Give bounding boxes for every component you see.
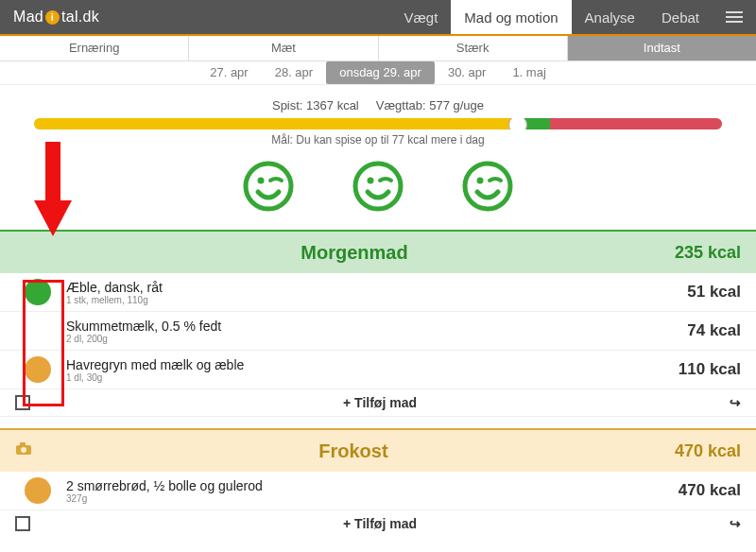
menu-icon[interactable] — [713, 11, 756, 23]
food-row[interactable]: Skummetmælk, 0.5 % fedt 2 dl, 200g 74 kc… — [0, 312, 756, 351]
tab-indtast[interactable]: Indtast — [568, 36, 756, 60]
top-nav: Madital.dk Vægt Mad og motion Analyse De… — [0, 0, 756, 34]
food-dot-green-icon — [25, 279, 51, 305]
food-row[interactable]: Havregryn med mælk og æble 1 dl, 30g 110… — [0, 351, 756, 389]
add-food-button[interactable]: + Tilføj mad — [30, 395, 730, 410]
smiley-icon — [242, 160, 295, 213]
food-row[interactable]: Æble, dansk, råt 1 stk, mellem, 110g 51 … — [0, 273, 756, 312]
food-amount: 1 dl, 30g — [66, 372, 679, 383]
food-kcal: 470 kcal — [679, 481, 741, 500]
meal-kcal: 235 kcal — [675, 243, 741, 263]
nav-mad-og-motion[interactable]: Mad og motion — [451, 0, 571, 34]
food-name: Havregryn med mælk og æble — [66, 357, 679, 372]
brand-pre: Mad — [13, 9, 43, 26]
food-kcal: 74 kcal — [687, 321, 741, 340]
svg-point-3 — [368, 178, 374, 184]
meal-name: Frokost — [32, 440, 675, 462]
brand-logo[interactable]: Madital.dk — [0, 9, 112, 26]
meal-header-frokost[interactable]: Frokost 470 kcal — [0, 428, 756, 472]
summary-spist: Spist: 1367 kcal — [272, 98, 359, 112]
add-food-row: + Tilføj mad ↪ — [0, 389, 756, 417]
food-amount: 2 dl, 200g — [66, 334, 687, 344]
nav-analyse[interactable]: Analyse — [572, 0, 648, 34]
tab-ernaering[interactable]: Ernæring — [0, 36, 189, 60]
camera-icon[interactable] — [15, 442, 32, 459]
sub-tabs: Ernæring Mæt Stærk Indtast — [0, 36, 756, 61]
food-name: Skummetmælk, 0.5 % fedt — [66, 319, 687, 334]
food-row[interactable]: 2 smørrebrød, ½ bolle og gulerod 327g 47… — [0, 472, 756, 510]
add-food-button[interactable]: + Tilføj mad — [30, 516, 730, 531]
checkbox-icon[interactable] — [15, 516, 30, 531]
meal-header-morgenmad[interactable]: Morgenmad 235 kcal — [0, 230, 756, 273]
food-dot-orange-icon — [25, 477, 51, 504]
smiley-icon — [352, 160, 404, 213]
tab-staerk[interactable]: Stærk — [379, 36, 568, 60]
summary-line: Spist: 1367 kcal Vægttab: 577 g/uge — [0, 98, 756, 112]
svg-rect-9 — [20, 442, 26, 446]
date-selector: 27. apr 28. apr onsdag 29. apr 30. apr 1… — [0, 61, 756, 85]
summary-vaegttab: Vægttab: 577 g/uge — [376, 98, 484, 112]
svg-point-4 — [465, 164, 510, 209]
food-amount: 327g — [66, 493, 679, 504]
svg-point-1 — [258, 178, 265, 184]
date-1-may[interactable]: 1. maj — [499, 61, 558, 84]
date-27[interactable]: 27. apr — [197, 61, 261, 84]
svg-point-2 — [355, 164, 401, 209]
food-kcal: 110 kcal — [679, 360, 741, 379]
tab-maet[interactable]: Mæt — [189, 36, 378, 60]
smiley-icon — [461, 160, 514, 213]
calorie-handle[interactable] — [508, 118, 527, 129]
svg-point-5 — [477, 178, 484, 184]
brand-post: tal.dk — [61, 9, 99, 26]
svg-point-10 — [21, 447, 26, 453]
goal-text: Mål: Du kan spise op til 77 kcal mere i … — [0, 133, 756, 147]
svg-point-0 — [246, 164, 291, 209]
food-dot-empty-icon — [25, 318, 51, 344]
share-icon[interactable]: ↪ — [730, 395, 741, 410]
date-29-selected[interactable]: onsdag 29. apr — [326, 61, 435, 84]
food-dot-orange-icon — [25, 356, 51, 383]
share-icon[interactable]: ↪ — [730, 516, 741, 531]
food-name: Æble, dansk, råt — [66, 280, 687, 295]
logo-circle-icon: i — [45, 10, 60, 25]
checkbox-icon[interactable] — [15, 395, 30, 410]
add-food-row: + Tilføj mad ↪ — [0, 510, 756, 537]
date-28[interactable]: 28. apr — [262, 61, 326, 84]
nav-vaegt[interactable]: Vægt — [391, 0, 452, 34]
food-kcal: 51 kcal — [687, 283, 741, 302]
meal-name: Morgenmad — [34, 242, 675, 264]
date-30[interactable]: 30. apr — [435, 61, 499, 84]
food-name: 2 smørrebrød, ½ bolle og gulerod — [66, 478, 679, 493]
smiley-row — [0, 160, 756, 213]
meal-kcal: 470 kcal — [675, 441, 741, 461]
food-amount: 1 stk, mellem, 110g — [66, 295, 687, 305]
nav-debat[interactable]: Debat — [648, 0, 713, 34]
calorie-bar[interactable] — [34, 118, 722, 129]
